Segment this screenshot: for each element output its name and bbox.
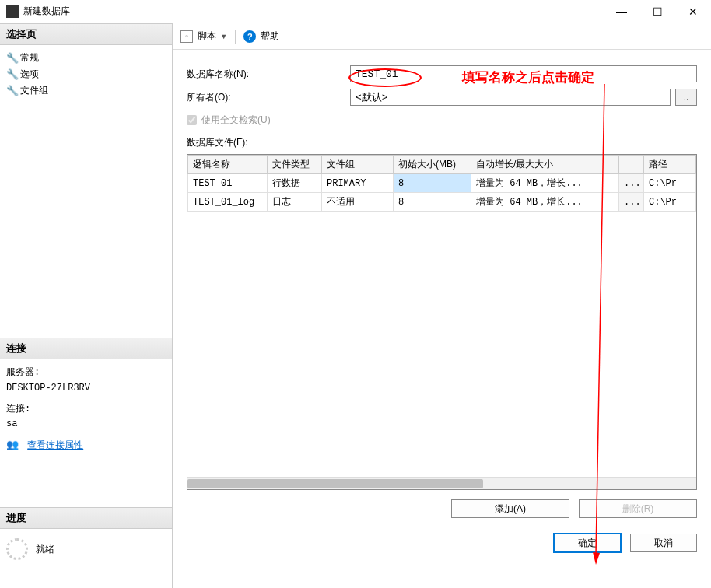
cell-growth-btn[interactable]: ... [619, 174, 644, 193]
col-path[interactable]: 路径 [644, 156, 696, 174]
connection-info: 服务器: DESKTOP-27LR3RV 连接: sa 👥 查看连接属性 [0, 359, 172, 460]
table-header-row: 逻辑名称 文件类型 文件组 初始大小(MB) 自动增长/最大大小 路径 [188, 156, 696, 174]
col-autogrowth[interactable]: 自动增长/最大大小 [471, 156, 619, 174]
connection-value: sa [6, 417, 166, 432]
owner-input[interactable] [350, 89, 671, 106]
sidebar: 选择页 🔧 常规 🔧 选项 🔧 文件组 连接 服务器: [0, 23, 173, 588]
chevron-down-icon: ▼ [220, 33, 227, 40]
cell-name[interactable]: TEST_01 [188, 174, 268, 193]
page-label: 选项 [20, 68, 39, 81]
server-label: 服务器: [6, 366, 166, 380]
connection-header: 连接 [0, 338, 172, 359]
script-icon: ▫ [180, 30, 193, 43]
progress-header: 进度 [0, 507, 172, 529]
close-button[interactable]: ✕ [675, 0, 711, 23]
app-icon [6, 5, 19, 18]
page-label: 文件组 [20, 84, 48, 97]
cell-type[interactable]: 日志 [268, 193, 322, 212]
separator [235, 30, 236, 44]
server-value: DESKTOP-27LR3RV [6, 381, 166, 396]
cell-path[interactable]: C:\Pr [644, 174, 696, 193]
table-row[interactable]: TEST_01 行数据 PRIMARY 8 增量为 64 MB，增长... ..… [188, 174, 696, 193]
db-name-label: 数据库名称(N): [187, 68, 350, 81]
progress-status: 就绪 [36, 543, 54, 556]
db-name-input[interactable] [350, 65, 697, 82]
page-item-filegroups[interactable]: 🔧 文件组 [6, 82, 166, 99]
ok-button[interactable]: 确定 [554, 534, 621, 552]
form-area: 数据库名称(N): 所有者(O): .. 使用全文检索(U) [173, 50, 711, 136]
cell-size[interactable]: 8 [394, 193, 471, 212]
wrench-icon: 🔧 [6, 52, 17, 64]
remove-button: 删除(R) [579, 499, 697, 518]
people-icon: 👥 [6, 439, 19, 451]
scrollbar-thumb[interactable] [187, 479, 483, 488]
help-button[interactable]: 帮助 [261, 30, 279, 43]
cell-group[interactable]: 不适用 [322, 193, 394, 212]
connection-label: 连接: [6, 402, 166, 417]
content-toolbar: ▫ 脚本 ▼ ? 帮助 [173, 23, 711, 50]
select-page-header: 选择页 [0, 23, 172, 45]
script-dropdown[interactable]: 脚本 ▼ [198, 30, 227, 43]
view-connection-props-link[interactable]: 查看连接属性 [27, 440, 83, 451]
script-label: 脚本 [198, 30, 216, 41]
wrench-icon: 🔧 [6, 68, 17, 80]
wrench-icon: 🔧 [6, 85, 17, 96]
db-files-table[interactable]: 逻辑名称 文件类型 文件组 初始大小(MB) 自动增长/最大大小 路径 TEST… [187, 155, 696, 212]
col-initial-size[interactable]: 初始大小(MB) [394, 156, 471, 174]
fulltext-label: 使用全文检索(U) [201, 114, 271, 127]
cell-growth-btn[interactable]: ... [619, 193, 644, 212]
col-file-type[interactable]: 文件类型 [268, 156, 322, 174]
db-files-label: 数据库文件(F): [173, 136, 711, 154]
col-filegroup[interactable]: 文件组 [322, 156, 394, 174]
titlebar: 新建数据库 — ☐ ✕ [0, 0, 711, 23]
page-item-general[interactable]: 🔧 常规 [6, 50, 166, 66]
horizontal-scrollbar[interactable] [187, 477, 696, 489]
page-label: 常规 [20, 51, 39, 65]
help-icon: ? [243, 30, 256, 43]
cell-size[interactable]: 8 [394, 174, 471, 193]
cell-type[interactable]: 行数据 [268, 174, 322, 193]
cell-growth[interactable]: 增量为 64 MB，增长... [471, 193, 619, 212]
db-files-table-wrap: 逻辑名称 文件类型 文件组 初始大小(MB) 自动增长/最大大小 路径 TEST… [187, 154, 697, 490]
fulltext-checkbox [187, 115, 197, 125]
add-button[interactable]: 添加(A) [451, 499, 569, 518]
page-item-options[interactable]: 🔧 选项 [6, 66, 166, 82]
col-logical-name[interactable]: 逻辑名称 [188, 156, 268, 174]
window-controls: — ☐ ✕ [604, 0, 711, 23]
minimize-button[interactable]: — [604, 0, 639, 23]
col-btn [619, 156, 644, 174]
page-list: 🔧 常规 🔧 选项 🔧 文件组 [6, 50, 166, 99]
cancel-button[interactable]: 取消 [630, 534, 697, 552]
cell-group[interactable]: PRIMARY [322, 174, 394, 193]
cell-growth[interactable]: 增量为 64 MB，增长... [471, 174, 619, 193]
cell-path[interactable]: C:\Pr [644, 193, 696, 212]
progress-panel: 就绪 [0, 529, 172, 569]
cell-name[interactable]: TEST_01_log [188, 193, 268, 212]
spinner-icon [6, 538, 28, 560]
content-area: ▫ 脚本 ▼ ? 帮助 数据库名称(N): 所有者(O): .. 使用全文检索(… [173, 23, 711, 588]
owner-browse-button[interactable]: .. [675, 89, 697, 106]
window-title: 新建数据库 [23, 5, 70, 18]
maximize-button[interactable]: ☐ [639, 0, 675, 23]
table-row[interactable]: TEST_01_log 日志 不适用 8 增量为 64 MB，增长... ...… [188, 193, 696, 212]
owner-label: 所有者(O): [187, 91, 350, 104]
